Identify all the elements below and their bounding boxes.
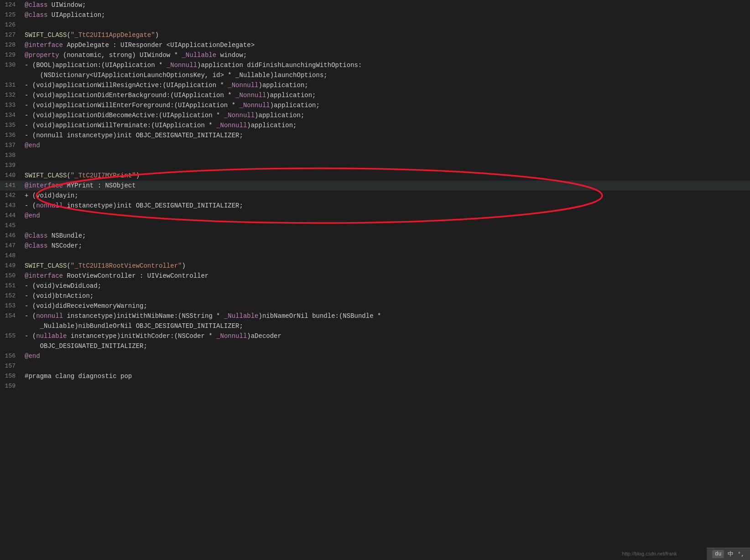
- code-line: 129@property (nonatomic, strong) UIWindo…: [0, 50, 750, 60]
- line-content: - (nonnull instancetype)initWithNibName:…: [23, 311, 750, 331]
- line-content: SWIFT_CLASS("_TtC2UI11AppDelegate"): [23, 30, 750, 40]
- watermark: http://blog.csdn.net/frank: [622, 551, 677, 556]
- code-line: 152- (void)btnAction;: [0, 291, 750, 301]
- line-content: @property (nonatomic, strong) UIWindow *…: [23, 50, 750, 60]
- line-content: @interface RootViewController : UIViewCo…: [23, 271, 750, 281]
- line-content: - (nonnull instancetype)init OBJC_DESIGN…: [23, 201, 750, 211]
- line-content: - (void)btnAction;: [23, 291, 750, 301]
- code-line: 148: [0, 251, 750, 261]
- line-number: 129: [0, 50, 23, 60]
- code-line: 145: [0, 221, 750, 231]
- line-content: - (void)applicationWillEnterForeground:(…: [23, 100, 750, 110]
- line-number: 134: [0, 110, 23, 120]
- code-line: 141@interface MYPrint : NSObject: [0, 181, 750, 191]
- line-content: @end: [23, 351, 750, 361]
- line-number: 131: [0, 80, 23, 90]
- line-content: @class NSCoder;: [23, 241, 750, 251]
- line-number: 146: [0, 231, 23, 241]
- code-line: 155- (nullable instancetype)initWithCode…: [0, 331, 750, 351]
- code-line: 159: [0, 381, 750, 391]
- line-content: @end: [23, 211, 750, 221]
- line-number: 150: [0, 271, 23, 281]
- line-content: SWIFT_CLASS("_TtC2UI18RootViewController…: [23, 261, 750, 271]
- line-number: 145: [0, 221, 23, 231]
- line-number: 128: [0, 40, 23, 50]
- code-line: 127SWIFT_CLASS("_TtC2UI11AppDelegate"): [0, 30, 750, 40]
- line-content: @class UIApplication;: [23, 10, 750, 20]
- code-line: 149SWIFT_CLASS("_TtC2UI18RootViewControl…: [0, 261, 750, 271]
- line-number: 156: [0, 351, 23, 361]
- line-number: 124: [0, 0, 23, 10]
- line-number: 127: [0, 30, 23, 40]
- line-content: SWIFT_CLASS("_TtC2UI7MYPrint"): [23, 171, 750, 181]
- line-number: 149: [0, 261, 23, 271]
- code-line: 131- (void)applicationWillResignActive:(…: [0, 80, 750, 90]
- line-number: 125: [0, 10, 23, 20]
- line-number: 152: [0, 291, 23, 301]
- line-content: @end: [23, 140, 750, 150]
- line-number: 151: [0, 281, 23, 291]
- line-number: 159: [0, 381, 23, 391]
- line-content: + (void)dayin;: [23, 191, 750, 201]
- code-line: 154- (nonnull instancetype)initWithNibNa…: [0, 311, 750, 331]
- line-content: - (void)applicationDidEnterBackground:(U…: [23, 90, 750, 100]
- line-content: - (void)didReceiveMemoryWarning;: [23, 301, 750, 311]
- code-line: 153- (void)didReceiveMemoryWarning;: [0, 301, 750, 311]
- code-line: 156@end: [0, 351, 750, 361]
- code-line: 128@interface AppDelegate : UIResponder …: [0, 40, 750, 50]
- language-indicator: 中: [728, 550, 734, 558]
- line-number: 130: [0, 60, 23, 70]
- code-line: 130- (BOOL)application:(UIApplication * …: [0, 60, 750, 80]
- code-line: 142+ (void)dayin;: [0, 191, 750, 201]
- code-line: 139: [0, 161, 750, 171]
- line-content: - (void)viewDidLoad;: [23, 281, 750, 291]
- line-number: 153: [0, 301, 23, 311]
- line-number: 143: [0, 201, 23, 211]
- line-content: - (void)applicationDidBecomeActive:(UIAp…: [23, 110, 750, 120]
- line-number: 157: [0, 361, 23, 371]
- line-content: - (void)applicationWillResignActive:(UIA…: [23, 80, 750, 90]
- line-number: 137: [0, 140, 23, 150]
- line-number: 142: [0, 191, 23, 201]
- line-number: 154: [0, 311, 23, 321]
- code-line: 138: [0, 150, 750, 161]
- code-line: 157: [0, 361, 750, 371]
- line-content: #pragma clang diagnostic pop: [23, 371, 750, 381]
- line-number: 135: [0, 120, 23, 130]
- line-number: 141: [0, 181, 23, 191]
- line-number: 147: [0, 241, 23, 251]
- code-line: 134- (void)applicationDidBecomeActive:(U…: [0, 110, 750, 120]
- code-line: 151- (void)viewDidLoad;: [0, 281, 750, 291]
- code-line: 135- (void)applicationWillTerminate:(UIA…: [0, 120, 750, 130]
- line-number: 136: [0, 130, 23, 140]
- code-lines: 124@class UIWindow;125@class UIApplicati…: [0, 0, 750, 391]
- line-number: 144: [0, 211, 23, 221]
- code-line: 140SWIFT_CLASS("_TtC2UI7MYPrint"): [0, 171, 750, 181]
- code-line: 136- (nonnull instancetype)init OBJC_DES…: [0, 130, 750, 140]
- code-line: 125@class UIApplication;: [0, 10, 750, 20]
- code-editor: 124@class UIWindow;125@class UIApplicati…: [0, 0, 750, 560]
- line-number: 140: [0, 171, 23, 181]
- line-number: 138: [0, 150, 23, 161]
- code-line: 126: [0, 20, 750, 30]
- line-number: 148: [0, 251, 23, 261]
- line-content: - (BOOL)application:(UIApplication * _No…: [23, 60, 750, 80]
- code-line: 143- (nonnull instancetype)init OBJC_DES…: [0, 201, 750, 211]
- line-content: - (nonnull instancetype)init OBJC_DESIGN…: [23, 130, 750, 140]
- line-content: @class NSBundle;: [23, 231, 750, 241]
- code-line: 150@interface RootViewController : UIVie…: [0, 271, 750, 281]
- code-line: 124@class UIWindow;: [0, 0, 750, 10]
- line-content: - (nullable instancetype)initWithCoder:(…: [23, 331, 750, 351]
- line-number: 139: [0, 161, 23, 171]
- line-content: @interface MYPrint : NSObject: [23, 181, 750, 191]
- line-content: - (void)applicationWillTerminate:(UIAppl…: [23, 120, 750, 130]
- line-number: 158: [0, 371, 23, 381]
- line-number: 133: [0, 100, 23, 110]
- code-line: 158#pragma clang diagnostic pop: [0, 371, 750, 381]
- code-line: 144@end: [0, 211, 750, 221]
- punctuation-mode: °,: [737, 551, 745, 558]
- line-number: 126: [0, 20, 23, 30]
- ime-button[interactable]: du: [712, 550, 724, 558]
- bottom-toolbar: du 中 °,: [707, 548, 750, 560]
- code-line: 147@class NSCoder;: [0, 241, 750, 251]
